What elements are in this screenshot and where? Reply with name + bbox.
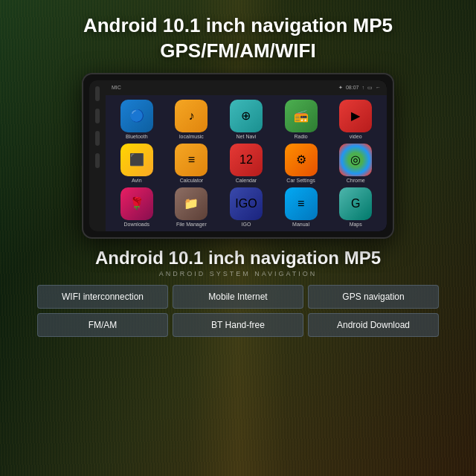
app-icon-label: Manual: [292, 222, 309, 227]
app-icon-label: Maps: [350, 222, 362, 227]
app-icon[interactable]: 📻Radio: [276, 100, 327, 139]
app-icon[interactable]: 📁File Manager: [167, 187, 217, 227]
feature-item: WIFI interconnection: [37, 285, 168, 309]
app-icon-label: Calculator: [180, 178, 204, 183]
screen: MIC ✦ 08:07 ↑ ▭ ← 🔵Bluetooth♪localmusic⊕…: [106, 80, 387, 231]
status-mic: MIC: [112, 85, 121, 90]
device: MIC ✦ 08:07 ↑ ▭ ← 🔵Bluetooth♪localmusic⊕…: [82, 73, 394, 239]
app-icon-label: File Manager: [176, 222, 207, 227]
feature-item: BT Hand-free: [173, 313, 303, 337]
subtitle: ANDROID SYSTEM NAVIGATION: [159, 270, 318, 277]
app-icon-label: Calendar: [236, 178, 257, 183]
app-icon[interactable]: IGOIGO: [221, 187, 271, 227]
app-icon-label: Chrome: [347, 178, 365, 183]
app-icon-label: Radio: [294, 134, 307, 139]
app-icon-label: Car Settings: [286, 178, 315, 183]
app-icon[interactable]: ≡Calculator: [167, 144, 217, 183]
signal-icon: ↑: [362, 85, 365, 90]
app-icon[interactable]: ⊕Net Navi: [221, 100, 271, 139]
app-icon-image: 📻: [285, 100, 318, 132]
app-icon-image: IGO: [230, 187, 263, 220]
back-icon: ←: [376, 85, 381, 90]
app-icon-label: Net Navi: [237, 134, 257, 139]
bluetooth-icon: ✦: [338, 85, 343, 91]
app-icon[interactable]: ◎Chrome: [330, 144, 381, 183]
app-icon[interactable]: ▶video: [330, 100, 381, 139]
app-icon[interactable]: ⚙Car Settings: [276, 144, 327, 183]
bottom-title: Android 10.1 inch navigation MP5: [95, 248, 381, 268]
app-icon-image: ⚙: [285, 144, 318, 176]
power-btn[interactable]: [95, 86, 100, 101]
app-icon[interactable]: ≡Manual: [276, 187, 327, 227]
app-icon-image: ≡: [175, 144, 208, 176]
app-icon[interactable]: GMaps: [330, 187, 381, 227]
app-icon-label: Downloads: [123, 222, 149, 227]
battery-icon: ▭: [367, 85, 373, 91]
app-icon-label: Avin: [132, 178, 142, 183]
app-icon-image: ⬛: [120, 144, 153, 176]
app-icon-label: video: [350, 134, 362, 139]
feature-item: Android Download: [308, 313, 439, 337]
app-icon[interactable]: 🔵Bluetooth: [112, 100, 162, 139]
app-icon-image: ▶: [339, 100, 372, 132]
app-icon-image: 🔵: [120, 100, 153, 132]
side-controls: [89, 80, 106, 231]
vol-down-btn[interactable]: [95, 153, 100, 168]
feature-item: FM/AM: [37, 313, 168, 337]
app-icon-image: ♪: [175, 100, 208, 132]
feature-item: Mobile Internet: [173, 285, 303, 309]
home-btn[interactable]: [95, 109, 100, 123]
features-grid: WIFI interconnectionMobile InternetGPS n…: [37, 285, 439, 337]
app-icon-image: G: [339, 187, 372, 220]
app-icon-label: IGO: [242, 222, 251, 227]
app-icon-image: ◎: [339, 144, 372, 176]
app-icon-image: ⊕: [230, 100, 263, 132]
app-icon-image: 📁: [175, 187, 208, 220]
app-icon-label: Bluetooth: [126, 134, 148, 139]
status-time: ✦ 08:07 ↑ ▭ ←: [338, 85, 381, 91]
app-icon-image: ≡: [285, 187, 318, 220]
app-icon[interactable]: 🌹Downloads: [112, 187, 162, 227]
app-icon-image: 🌹: [120, 187, 153, 220]
status-bar: MIC ✦ 08:07 ↑ ▭ ←: [106, 80, 387, 95]
vol-up-btn[interactable]: [95, 131, 100, 146]
app-icon[interactable]: 12Calendar: [221, 144, 271, 183]
header-title: Android 10.1 inch navigation MP5 GPS/FM/…: [83, 13, 393, 64]
app-icon[interactable]: ♪localmusic: [167, 100, 217, 139]
app-grid: 🔵Bluetooth♪localmusic⊕Net Navi📻Radio▶vid…: [106, 95, 387, 231]
app-icon[interactable]: ⬛Avin: [112, 144, 162, 183]
feature-item: GPS navigation: [308, 285, 439, 309]
app-icon-label: localmusic: [179, 134, 204, 139]
app-icon-image: 12: [230, 144, 263, 176]
